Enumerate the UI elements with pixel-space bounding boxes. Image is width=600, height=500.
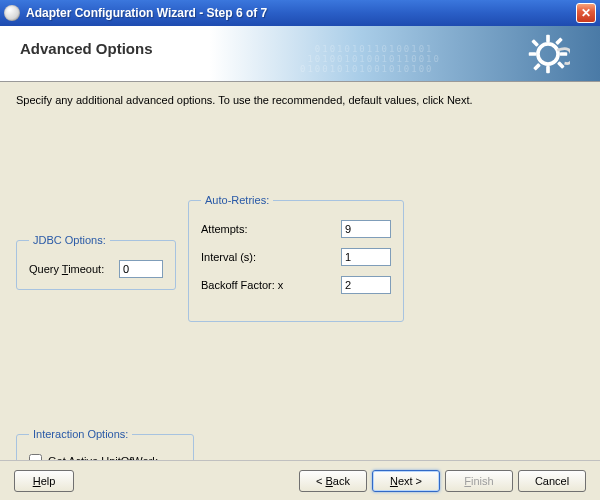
interval-input[interactable]: [341, 248, 391, 266]
svg-rect-6: [557, 61, 565, 69]
back-button[interactable]: < Back: [299, 470, 367, 492]
finish-button: Finish: [445, 470, 513, 492]
content-area: Specify any additional advanced options.…: [0, 82, 600, 460]
query-timeout-input[interactable]: [119, 260, 163, 278]
gear-icon: [526, 32, 570, 76]
backoff-input[interactable]: [341, 276, 391, 294]
svg-rect-1: [546, 35, 550, 42]
svg-point-0: [538, 44, 558, 64]
cancel-button[interactable]: Cancel: [518, 470, 586, 492]
svg-rect-7: [555, 37, 563, 45]
interaction-legend: Interaction Options:: [29, 428, 132, 440]
next-button[interactable]: Next >: [372, 470, 440, 492]
close-icon: ✕: [581, 6, 591, 20]
svg-rect-2: [546, 66, 550, 73]
attempts-input[interactable]: [341, 220, 391, 238]
close-button[interactable]: ✕: [576, 3, 596, 23]
auto-retries-legend: Auto-Retries:: [201, 194, 273, 206]
svg-rect-3: [529, 52, 536, 56]
auto-retries-group: Auto-Retries: Attempts: Interval (s): Ba…: [188, 194, 404, 322]
jdbc-legend: JDBC Options:: [29, 234, 110, 246]
interval-label: Interval (s):: [201, 251, 341, 263]
backoff-label: Backoff Factor: x: [201, 279, 341, 291]
help-button[interactable]: Help: [14, 470, 74, 492]
app-icon: [4, 5, 20, 21]
jdbc-options-group: JDBC Options: Query Timeout:: [16, 234, 176, 290]
query-timeout-label: Query Timeout:: [29, 263, 119, 275]
attempts-label: Attempts:: [201, 223, 341, 235]
svg-rect-5: [531, 39, 539, 47]
svg-rect-8: [533, 63, 541, 71]
title-bar: Adapter Configuration Wizard - Step 6 of…: [0, 0, 600, 26]
svg-rect-4: [560, 52, 567, 56]
instruction-text: Specify any additional advanced options.…: [16, 94, 584, 106]
wizard-footer: Help < Back Next > Finish Cancel: [0, 460, 600, 500]
window-title: Adapter Configuration Wizard - Step 6 of…: [26, 6, 576, 20]
wizard-header: 0101010110100101 101001010010110010 0100…: [0, 26, 600, 82]
